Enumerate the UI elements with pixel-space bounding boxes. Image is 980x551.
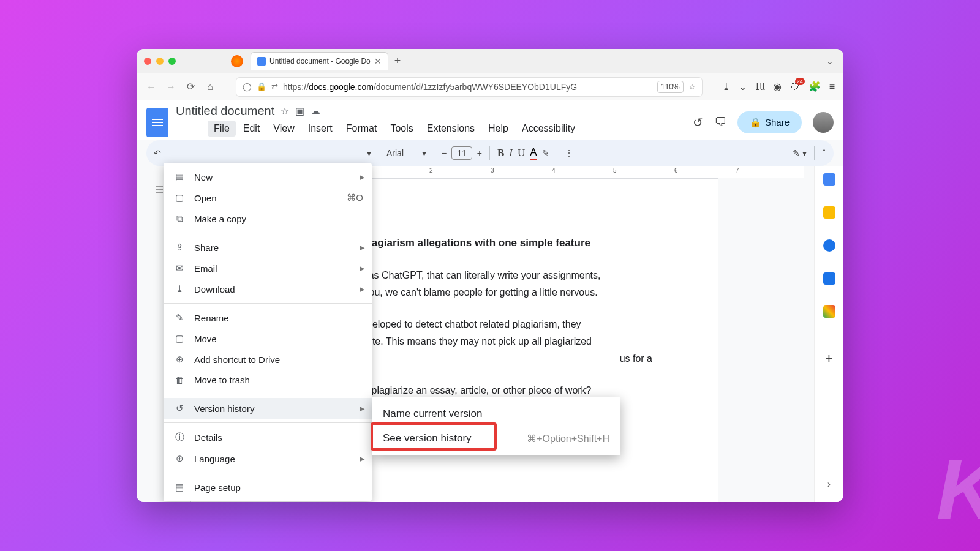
menu-help[interactable]: Help xyxy=(482,121,514,137)
docs-favicon xyxy=(257,57,266,66)
docs-header: Untitled document ☆ ▣ ☁ File Edit View I… xyxy=(137,100,843,140)
contacts-icon[interactable] xyxy=(823,272,835,285)
undo-button[interactable]: ↶ xyxy=(154,148,161,158)
menu-item-version-history[interactable]: ↺Version history▶ xyxy=(164,398,372,419)
browser-tab[interactable]: Untitled document - Google Do ✕ xyxy=(251,52,388,70)
bold-button[interactable]: B xyxy=(497,147,504,159)
add-addon-icon[interactable]: + xyxy=(825,351,833,367)
copy-icon: ⧉ xyxy=(173,213,186,224)
lock-icon: 🔒 xyxy=(257,82,266,91)
forward-button[interactable]: → xyxy=(165,81,177,92)
tasks-icon[interactable] xyxy=(823,239,835,252)
maximize-window[interactable] xyxy=(168,58,176,65)
minimize-window[interactable] xyxy=(156,58,164,65)
docs-logo-icon[interactable] xyxy=(146,108,168,137)
hide-sidepanel-icon[interactable]: › xyxy=(827,479,831,490)
menu-insert[interactable]: Insert xyxy=(302,121,339,137)
toolbar-extensions: ⤓ ⌄ 𝖨𝗅𝗅 ◉ 🛡 🧩 ≡ xyxy=(722,81,835,92)
document-title[interactable]: Untitled document xyxy=(176,104,274,118)
calendar-icon[interactable] xyxy=(823,173,835,186)
comments-icon[interactable]: 🗨 xyxy=(714,115,726,129)
menu-item-email[interactable]: ✉Email▶ xyxy=(164,258,372,279)
close-window[interactable] xyxy=(144,58,151,65)
permissions-icon: ⇄ xyxy=(271,82,278,91)
browser-window: Untitled document - Google Do ✕ + ⌄ ← → … xyxy=(137,49,843,502)
more-formatting-icon[interactable]: ⋮ xyxy=(565,148,573,158)
menu-edit[interactable]: Edit xyxy=(237,121,266,137)
menu-item-page-setup[interactable]: ▤Page setup xyxy=(164,477,372,498)
firefox-icon xyxy=(231,55,243,67)
download-icon[interactable]: ⤓ xyxy=(722,81,730,92)
share-button[interactable]: 🔒 Share xyxy=(737,111,802,133)
document-icon: ▤ xyxy=(173,171,186,182)
new-tab-button[interactable]: + xyxy=(394,54,401,67)
menu-item-download[interactable]: ⤓Download▶ xyxy=(164,279,372,299)
menu-view[interactable]: View xyxy=(267,121,300,137)
reload-button[interactable]: ⟳ xyxy=(184,81,197,92)
collapse-toolbar-icon[interactable]: ˄ xyxy=(822,148,826,158)
style-dropdown-icon[interactable]: ▾ xyxy=(367,148,371,158)
menu-item-new[interactable]: ▤New▶ xyxy=(164,167,372,187)
share-icon: ⇪ xyxy=(173,242,186,253)
user-avatar[interactable] xyxy=(813,112,834,133)
underline-button[interactable]: U xyxy=(518,147,525,159)
menu-item-share[interactable]: ⇪Share▶ xyxy=(164,237,372,258)
editing-mode-button[interactable]: ✎ ▾ xyxy=(793,148,807,158)
bookmark-star-icon[interactable]: ☆ xyxy=(688,82,696,91)
highlight-button[interactable]: ✎ xyxy=(542,148,549,158)
menu-item-make-copy[interactable]: ⧉Make a copy xyxy=(164,208,372,229)
home-button[interactable]: ⌂ xyxy=(204,81,216,92)
shortcut-icon: ⊕ xyxy=(173,354,186,365)
menu-extensions[interactable]: Extensions xyxy=(421,121,481,137)
close-tab-icon[interactable]: ✕ xyxy=(374,56,382,66)
shield-icon: ◯ xyxy=(243,82,252,91)
menu-item-open[interactable]: ▢Open⌘O xyxy=(164,187,372,208)
menu-item-add-shortcut[interactable]: ⊕Add shortcut to Drive xyxy=(164,349,372,370)
font-select[interactable]: Arial▾ xyxy=(386,148,426,158)
menu-accessibility[interactable]: Accessibility xyxy=(516,121,581,137)
move-icon[interactable]: ▣ xyxy=(295,105,304,117)
info-icon: ⓘ xyxy=(173,432,186,443)
maps-icon[interactable] xyxy=(823,305,835,318)
ublock-icon[interactable]: 🛡 xyxy=(790,81,800,92)
history-icon[interactable]: ↺ xyxy=(693,115,703,130)
file-dropdown-menu: ▤New▶ ▢Open⌘O ⧉Make a copy ⇪Share▶ ✉Emai… xyxy=(164,163,372,501)
menu-file[interactable]: File xyxy=(208,121,236,137)
url-field[interactable]: ◯ 🔒 ⇄ https://docs.google.com/document/d… xyxy=(236,77,703,97)
menu-item-language[interactable]: ⊕Language▶ xyxy=(164,448,372,469)
outline-toggle-icon[interactable]: ☰ xyxy=(155,184,164,196)
text-color-button[interactable]: A xyxy=(530,146,537,160)
menu-item-details[interactable]: ⓘDetails xyxy=(164,427,372,448)
star-icon[interactable]: ☆ xyxy=(281,105,289,117)
titlebar: Untitled document - Google Do ✕ + ⌄ xyxy=(137,49,843,73)
font-dec[interactable]: − xyxy=(442,148,447,158)
history-icon: ↺ xyxy=(173,403,186,414)
page-icon: ▤ xyxy=(173,482,186,493)
address-bar: ← → ⟳ ⌂ ◯ 🔒 ⇄ https://docs.google.com/do… xyxy=(137,73,843,100)
window-controls xyxy=(144,58,176,65)
pocket-icon[interactable]: ⌄ xyxy=(739,81,747,92)
menu-item-rename[interactable]: ✎Rename xyxy=(164,307,372,328)
menu-item-trash[interactable]: 🗑Move to trash xyxy=(164,370,372,390)
url-text: https://docs.google.com/document/d/1zzIz… xyxy=(283,82,652,92)
side-panel: + › xyxy=(814,166,843,502)
tabs-overflow-icon[interactable]: ⌄ xyxy=(826,56,834,66)
account-icon[interactable]: ◉ xyxy=(773,81,782,92)
submenu-name-current-version[interactable]: Name current version xyxy=(372,402,620,426)
tab-title: Untitled document - Google Do xyxy=(270,57,371,66)
cloud-saved-icon[interactable]: ☁ xyxy=(311,105,320,117)
italic-button[interactable]: I xyxy=(509,147,513,159)
font-inc[interactable]: + xyxy=(477,148,482,158)
back-button[interactable]: ← xyxy=(145,81,157,92)
submenu-see-version-history[interactable]: See version history⌘+Option+Shift+H xyxy=(372,426,620,451)
globe-icon: ⊕ xyxy=(173,453,186,464)
keep-icon[interactable] xyxy=(823,206,835,219)
font-size-input[interactable]: 11 xyxy=(451,146,472,160)
menu-tools[interactable]: Tools xyxy=(384,121,419,137)
extensions-icon[interactable]: 🧩 xyxy=(809,81,821,92)
zoom-level[interactable]: 110% xyxy=(657,81,684,93)
menu-icon[interactable]: ≡ xyxy=(829,81,835,92)
menu-item-move[interactable]: ▢Move xyxy=(164,328,372,349)
library-icon[interactable]: 𝖨𝗅𝗅 xyxy=(755,81,764,92)
menu-format[interactable]: Format xyxy=(340,121,383,137)
